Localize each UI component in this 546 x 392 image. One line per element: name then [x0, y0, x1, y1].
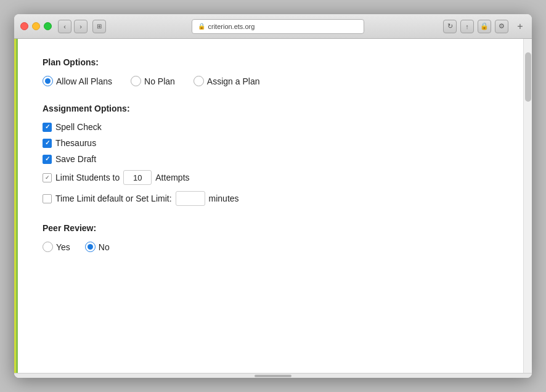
maximize-button[interactable]	[44, 22, 52, 30]
reload-button[interactable]: ↻	[443, 20, 457, 33]
peer-review-no-option[interactable]: No	[85, 242, 110, 252]
peer-review-yes-radio[interactable]	[43, 242, 53, 252]
allow-all-plans-option[interactable]: Allow All Plans	[43, 76, 112, 86]
save-draft-checkmark: ✓	[45, 156, 50, 162]
browser-actions: ↻ ↑ 🔒 ⚙ +	[443, 20, 526, 33]
left-accent-inner	[14, 39, 16, 373]
peer-review-no-label: No	[99, 242, 110, 252]
new-tab-button[interactable]: +	[515, 21, 526, 32]
time-limit-checkbox[interactable]	[43, 194, 52, 203]
sidebar-toggle-button[interactable]: ⊞	[92, 20, 106, 33]
url-text: criterion.ets.org	[208, 23, 255, 30]
plan-options-label: Plan Options:	[43, 57, 499, 67]
no-plan-option[interactable]: No Plan	[131, 76, 175, 86]
save-draft-label: Save Draft	[55, 154, 96, 164]
peer-review-section: Peer Review: Yes No	[43, 223, 499, 252]
spell-check-checkbox[interactable]: ✓	[43, 123, 52, 132]
bottom-bar	[14, 373, 532, 378]
spell-check-label: Spell Check	[55, 122, 102, 132]
back-button[interactable]: ‹	[58, 20, 71, 33]
time-limit-input[interactable]	[176, 191, 205, 206]
assignment-options-label: Assignment Options:	[43, 104, 499, 113]
limit-students-label-after: Attempts	[155, 173, 189, 182]
scroll-indicator	[255, 375, 291, 377]
peer-review-label: Peer Review:	[43, 223, 499, 233]
peer-review-no-radio-inner	[88, 244, 93, 250]
address-bar[interactable]: 🔒 criterion.ets.org	[192, 19, 364, 34]
assign-plan-option[interactable]: Assign a Plan	[194, 76, 260, 86]
thesaurus-row: ✓ Thesaurus	[43, 138, 499, 148]
share-button[interactable]: ↑	[460, 20, 474, 33]
main-content: Plan Options: Allow All Plans No Plan	[18, 39, 523, 373]
time-limit-label: Time Limit default or Set Limit:	[55, 194, 172, 203]
thesaurus-checkmark: ✓	[45, 140, 50, 146]
nav-buttons: ‹ ›	[58, 20, 88, 33]
limit-students-label-before: Limit Students to	[55, 173, 120, 182]
minimize-button[interactable]	[32, 22, 40, 30]
close-button[interactable]	[20, 22, 28, 30]
limit-students-checkbox[interactable]: ✓	[43, 173, 52, 182]
save-draft-checkbox[interactable]: ✓	[43, 155, 52, 164]
time-limit-row: Time Limit default or Set Limit: minutes	[43, 191, 499, 206]
forward-button[interactable]: ›	[74, 20, 88, 33]
browser-window: ‹ › ⊞ 🔒 criterion.ets.org ↻ ↑ 🔒 ⚙ + Plan…	[14, 14, 532, 378]
titlebar: ‹ › ⊞ 🔒 criterion.ets.org ↻ ↑ 🔒 ⚙ +	[14, 14, 532, 39]
peer-review-no-radio[interactable]	[85, 242, 96, 252]
assignment-options-section: Assignment Options: ✓ Spell Check ✓ Thes…	[43, 104, 499, 206]
time-limit-minutes-label: minutes	[209, 194, 239, 203]
assign-plan-radio[interactable]	[194, 76, 204, 86]
allow-all-plans-label: Allow All Plans	[56, 76, 112, 86]
address-bar-wrap: 🔒 criterion.ets.org	[112, 19, 443, 34]
allow-all-plans-radio[interactable]	[43, 76, 53, 86]
lock-button[interactable]: 🔒	[478, 20, 491, 33]
traffic-lights	[20, 22, 52, 30]
spell-check-row: ✓ Spell Check	[43, 122, 499, 132]
peer-review-yes-option[interactable]: Yes	[43, 242, 70, 252]
limit-students-row: ✓ Limit Students to Attempts	[43, 170, 499, 185]
allow-all-plans-radio-inner	[45, 78, 51, 84]
no-plan-radio[interactable]	[131, 76, 141, 86]
browser-content: Plan Options: Allow All Plans No Plan	[14, 39, 532, 373]
no-plan-label: No Plan	[144, 76, 175, 86]
plan-options-row: Allow All Plans No Plan Assign a Plan	[43, 76, 499, 86]
save-draft-row: ✓ Save Draft	[43, 154, 499, 164]
settings-button[interactable]: ⚙	[495, 20, 508, 33]
scrollbar-thumb[interactable]	[525, 52, 531, 102]
limit-students-input[interactable]	[123, 170, 152, 185]
assign-plan-label: Assign a Plan	[207, 76, 260, 86]
limit-students-checkmark: ✓	[45, 174, 50, 181]
thesaurus-checkbox[interactable]: ✓	[43, 139, 52, 148]
spell-check-checkmark: ✓	[45, 124, 50, 130]
scrollbar[interactable]	[523, 39, 532, 373]
lock-icon: 🔒	[197, 22, 206, 31]
peer-review-options-row: Yes No	[43, 242, 499, 252]
peer-review-yes-label: Yes	[56, 242, 70, 252]
thesaurus-label: Thesaurus	[55, 138, 96, 148]
